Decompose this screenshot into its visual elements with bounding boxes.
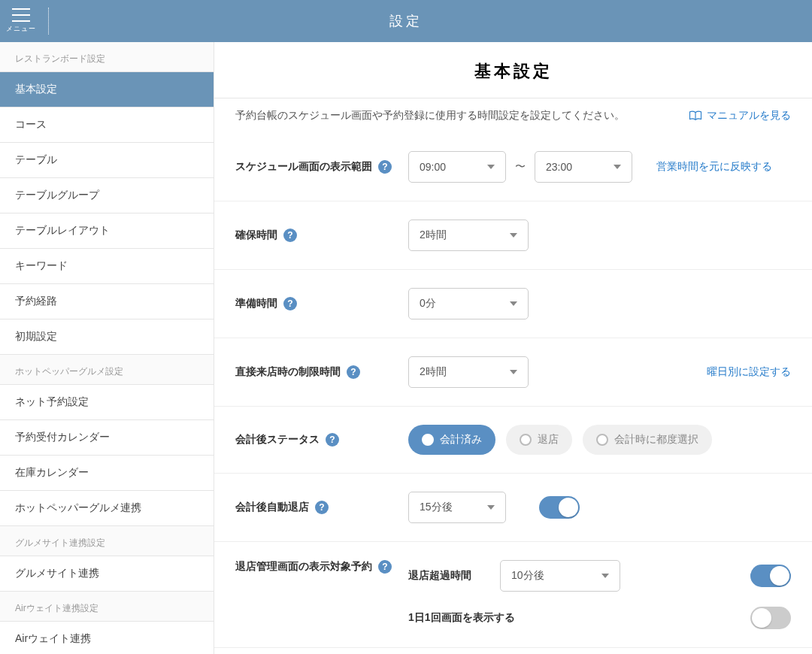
row-label: 直接来店時の制限時間 bbox=[235, 365, 341, 379]
help-icon[interactable]: ? bbox=[378, 560, 392, 574]
sidebar-item-stock-calendar[interactable]: 在庫カレンダー bbox=[0, 456, 214, 491]
row-label: 会計後ステータス bbox=[235, 433, 320, 447]
schedule-from-select[interactable]: 09:00 bbox=[408, 151, 506, 183]
manual-link[interactable]: マニュアルを見る bbox=[689, 109, 791, 123]
row-label: 会計後自動退店 bbox=[235, 501, 309, 514]
sidebar-section-head: グルメサイト連携設定 bbox=[0, 526, 214, 556]
help-icon[interactable]: ? bbox=[315, 501, 329, 514]
hold-time-select[interactable]: 2時間 bbox=[408, 220, 529, 251]
header-divider bbox=[48, 8, 49, 35]
content-area: 基本設定 予約台帳のスケジュール画面や予約登録に使用する時間設定を設定してくださ… bbox=[214, 42, 812, 654]
sidebar-item-table[interactable]: テーブル bbox=[0, 143, 214, 178]
radio-icon bbox=[596, 434, 608, 446]
radio-icon bbox=[422, 434, 434, 446]
auto-exit-select[interactable]: 15分後 bbox=[408, 492, 506, 523]
sidebar-item-reservation-calendar[interactable]: 予約受付カレンダー bbox=[0, 420, 214, 456]
help-icon[interactable]: ? bbox=[378, 160, 392, 174]
sidebar-item-net-reservation[interactable]: ネット予約設定 bbox=[0, 385, 214, 420]
sidebar-item-keyword[interactable]: キーワード bbox=[0, 249, 214, 284]
sidebar-section-head: ホットペッパーグルメ設定 bbox=[0, 355, 214, 385]
help-icon[interactable]: ? bbox=[326, 433, 339, 447]
status-option-paid[interactable]: 会計済み bbox=[408, 425, 495, 455]
sidebar-item-gourmet-link[interactable]: グルメサイト連携 bbox=[0, 556, 214, 592]
show-once-daily-label: 1日1回画面を表示する bbox=[408, 611, 515, 625]
help-icon[interactable]: ? bbox=[283, 229, 297, 242]
menu-button-label: メニュー bbox=[6, 24, 36, 34]
hamburger-icon bbox=[12, 8, 30, 22]
schedule-to-select[interactable]: 23:00 bbox=[535, 151, 632, 183]
status-option-exit[interactable]: 退店 bbox=[506, 425, 572, 455]
sidebar-section-head: レストランボード設定 bbox=[0, 42, 214, 72]
row-label: 確保時間 bbox=[235, 229, 277, 242]
status-option-choose-each[interactable]: 会計時に都度選択 bbox=[583, 425, 712, 455]
manual-link-label: マニュアルを見る bbox=[707, 109, 791, 123]
intro-text: 予約台帳のスケジュール画面や予約登録に使用する時間設定を設定してください。 bbox=[235, 109, 625, 123]
book-icon bbox=[689, 111, 702, 121]
menu-button[interactable]: メニュー bbox=[0, 0, 42, 42]
row-label: 準備時間 bbox=[235, 297, 277, 310]
post-payment-status-options: 会計済み 退店 会計時に都度選択 bbox=[408, 425, 712, 455]
overtime-toggle[interactable] bbox=[750, 565, 791, 587]
overtime-sublabel: 退店超過時間 bbox=[408, 569, 491, 583]
range-tilde: 〜 bbox=[515, 160, 526, 174]
show-once-daily-toggle[interactable] bbox=[750, 607, 791, 629]
row-label: スケジュール画面の表示範囲 bbox=[235, 160, 372, 174]
sidebar-item-airwait-link[interactable]: Airウェイト連携 bbox=[0, 622, 214, 654]
auto-exit-toggle[interactable] bbox=[539, 496, 580, 519]
sidebar-item-initial-settings[interactable]: 初期設定 bbox=[0, 319, 214, 355]
overtime-select[interactable]: 10分後 bbox=[500, 560, 620, 592]
page-title: 基本設定 bbox=[214, 42, 812, 98]
prep-time-select[interactable]: 0分 bbox=[408, 288, 529, 319]
sidebar: レストランボード設定 基本設定 コース テーブル テーブルグループ テーブルレイ… bbox=[0, 42, 214, 654]
row-label: 退店管理画面の表示対象予約 bbox=[235, 560, 372, 574]
set-by-weekday-link[interactable]: 曜日別に設定する bbox=[707, 365, 791, 379]
radio-icon bbox=[520, 434, 532, 446]
sidebar-item-table-group[interactable]: テーブルグループ bbox=[0, 178, 214, 213]
help-icon[interactable]: ? bbox=[283, 297, 297, 310]
app-header: メニュー 設定 bbox=[0, 0, 812, 42]
sidebar-item-reservation-route[interactable]: 予約経路 bbox=[0, 284, 214, 319]
reflect-business-hours-link[interactable]: 営業時間を元に反映する bbox=[656, 160, 772, 174]
sidebar-item-basic-settings[interactable]: 基本設定 bbox=[0, 72, 214, 107]
help-icon[interactable]: ? bbox=[347, 365, 360, 379]
sidebar-item-hotpepper-link[interactable]: ホットペッパーグルメ連携 bbox=[0, 491, 214, 526]
sidebar-item-course[interactable]: コース bbox=[0, 107, 214, 143]
sidebar-section-head: Airウェイト連携設定 bbox=[0, 592, 214, 622]
sidebar-item-table-layout[interactable]: テーブルレイアウト bbox=[0, 213, 214, 249]
header-title: 設定 bbox=[389, 12, 423, 30]
walkin-limit-select[interactable]: 2時間 bbox=[408, 356, 529, 388]
